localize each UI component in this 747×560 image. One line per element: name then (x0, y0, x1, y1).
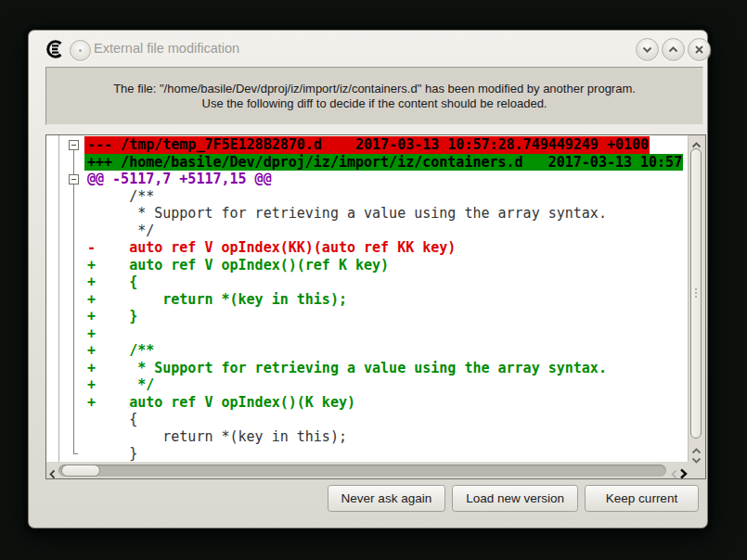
diff-line-add-header: +++ /home/basile/Dev/dproj/iz/import/iz/… (46, 154, 683, 172)
diff-line-add: + { (46, 274, 683, 291)
fold-end-corner (73, 453, 78, 454)
minimize-button[interactable] (636, 38, 659, 61)
scroll-left-secondary-icon[interactable] (670, 466, 678, 483)
close-button[interactable] (688, 38, 711, 61)
fold-marker-icon[interactable] (69, 140, 79, 150)
dialog-window: External file modification The file: "/h… (28, 30, 708, 528)
fold-gutter (46, 135, 87, 462)
horizontal-scrollbar[interactable] (46, 463, 689, 478)
fold-connector (73, 185, 74, 453)
never-ask-again-button[interactable]: Never ask again (328, 485, 446, 512)
horizontal-scroll-track[interactable] (58, 465, 666, 477)
diff-line-ctx: * Support for retrieving a value using t… (46, 205, 683, 223)
diff-code: --- /tmp/temp_7F5E128B2870.d 2017-03-13 … (46, 136, 683, 462)
diff-view: --- /tmp/temp_7F5E128B2870.d 2017-03-13 … (45, 134, 706, 479)
vertical-scroll-thumb[interactable] (690, 148, 702, 439)
diff-line-del: - auto ref V opIndex(KK)(auto ref KK key… (46, 239, 683, 257)
diff-line-add: + (46, 325, 683, 343)
diff-line-del-header: --- /tmp/temp_7F5E128B2870.d 2017-03-13 … (46, 136, 683, 154)
scroll-left-icon[interactable] (48, 466, 57, 483)
diff-line-add: + auto ref V opIndex()(ref K key) (46, 257, 683, 274)
diff-line-add: + /** (46, 342, 683, 360)
message-line-1: The file: "/home/basile/Dev/dproj/iz/imp… (113, 82, 636, 96)
title-bar[interactable]: External file modification (29, 31, 707, 66)
chevron-down-icon (641, 44, 653, 56)
scroll-down-icon[interactable] (691, 452, 702, 468)
window-title: External file modification (94, 41, 239, 56)
window-menu-button[interactable] (70, 40, 91, 61)
diff-code-viewport: --- /tmp/temp_7F5E128B2870.d 2017-03-13 … (46, 135, 689, 462)
keep-current-button[interactable]: Keep current (585, 485, 699, 512)
close-icon (693, 44, 705, 56)
dialog-button-row: Never ask again Load new version Keep cu… (29, 485, 699, 512)
diff-line-ctx: { (46, 411, 683, 428)
diff-line-add: + */ (46, 376, 683, 394)
diff-line-add: + * Support for retrieving a value using… (46, 360, 683, 377)
fold-marker-icon[interactable] (69, 174, 79, 185)
diff-line-add: + return *(key in this); (46, 291, 683, 309)
horizontal-scroll-thumb[interactable] (61, 465, 100, 477)
coedit-logo-icon (45, 39, 64, 59)
thumb-grip (695, 288, 697, 299)
message-panel: The file: "/home/basile/Dev/dproj/iz/imp… (45, 67, 703, 125)
diff-line-ctx: } (46, 445, 683, 462)
diff-line-ctx: */ (46, 223, 683, 240)
load-new-version-button[interactable]: Load new version (452, 485, 578, 512)
chevron-up-icon (667, 44, 679, 56)
diff-line-ctx: return *(key in this); (46, 428, 683, 446)
vertical-scrollbar[interactable] (688, 135, 704, 462)
scroll-right-icon[interactable] (678, 466, 688, 483)
fold-connector (73, 150, 74, 176)
diff-line-add: + auto ref V opIndex()(K key) (46, 394, 683, 412)
diff-line-hunk: @@ -5117,7 +5117,15 @@ (46, 171, 683, 188)
diff-line-add: + } (46, 308, 683, 325)
message-line-2: Use the following diff to decide if the … (202, 96, 547, 111)
maximize-button[interactable] (662, 38, 685, 61)
diff-line-ctx: /** (46, 188, 683, 206)
desktop: { "window": { "title": "External file mo… (0, 0, 747, 560)
